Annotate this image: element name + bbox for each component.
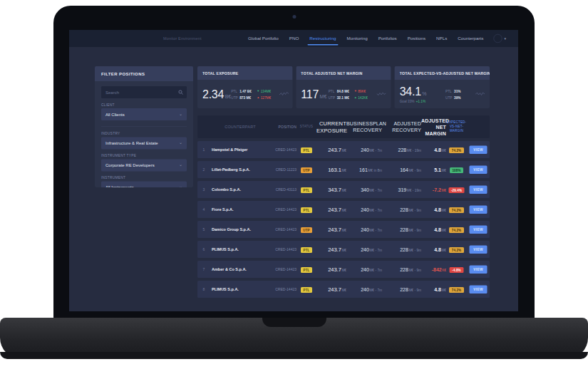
- search-input[interactable]: [101, 86, 187, 98]
- adjusted-net-margin: 4.8M€: [421, 207, 446, 212]
- nav-tab[interactable]: Global Portfolio: [248, 30, 279, 47]
- status-badge: PTL: [301, 187, 312, 193]
- position-code: CRED-14423: [269, 247, 296, 251]
- kpi-title: TOTAL EXPECTED-VS-ADJUSTED NET MARGIN: [395, 66, 490, 80]
- environment-label: Monitor Environment: [163, 36, 202, 41]
- adjusted-net-margin: 5.1M€: [421, 167, 446, 172]
- status-badge: PTL: [301, 247, 312, 253]
- kpi-goal: Goal 33%+1.1%: [400, 99, 427, 103]
- position-code: CRED-14423: [269, 267, 296, 271]
- filter-group: INDUSTRY Infrastructure & Real Estate ⌄: [101, 126, 187, 150]
- kpi-breakdown-row: UTP 32.1 M€ ▲ 142K€: [329, 95, 373, 100]
- nav-tab[interactable]: Restructuring: [309, 30, 336, 47]
- adjusted-net-margin: 4.8M€: [421, 147, 446, 152]
- search-box: [101, 86, 187, 98]
- status-badge: UTP: [301, 167, 312, 173]
- filter-label: INSTRUMENT TYPE: [101, 154, 187, 158]
- view-button[interactable]: VIEW: [469, 185, 487, 194]
- row-index: 2: [197, 167, 210, 172]
- nav-tab[interactable]: Positions: [408, 30, 425, 47]
- adjusted-recovery: 319M€- 19m: [382, 187, 421, 192]
- kpi-unit: M€: [320, 93, 327, 99]
- kpi-breakdown-row: PTL 1.47 B€ ▼ 134M€: [231, 89, 275, 93]
- table-row[interactable]: 1 Hampstel & Pfeiger CRED-14423 PTL 243.…: [197, 141, 490, 158]
- view-button[interactable]: VIEW: [469, 265, 487, 274]
- search-icon: [178, 90, 183, 95]
- table-row[interactable]: 3 Colombo S.p.A. CRED-43113 PTL 343.7M€: [197, 181, 490, 198]
- user-menu[interactable]: ▾: [493, 34, 506, 43]
- nav-tab[interactable]: NPLs: [436, 30, 447, 47]
- kpi-card-adjusted-net-margin: TOTAL ADJUSTED NET MARGIN 117 M€ PTL: [296, 66, 391, 108]
- table-row[interactable]: 7 Amber & Co S.p.A. CRED-14423 PTL 243.7…: [197, 261, 490, 278]
- adjusted-recovery: 228M€- 9m: [382, 286, 421, 292]
- pct-badge: 74.2%: [449, 207, 464, 213]
- trend-arrow-icon: ▼: [257, 89, 259, 93]
- row-index: 4: [197, 207, 210, 212]
- chevron-down-icon: ⌄: [179, 112, 182, 116]
- screen: Monitor Environment Global Portfolio PNO…: [69, 30, 518, 311]
- table-body: 1 Hampstel & Pfeiger CRED-14423 PTL 243.…: [197, 141, 490, 298]
- col-status: STATUS: [296, 125, 316, 129]
- counterpart-name: Amber & Co S.p.A.: [210, 267, 269, 271]
- pct-badge: 74.2%: [449, 227, 464, 233]
- status-badge: PTL: [301, 267, 312, 273]
- filter-select[interactable]: All Instruments ⌄: [101, 182, 187, 188]
- col-adjusted-net-margin: ADJUSTED NET MARGIN: [421, 117, 446, 136]
- kpi-breakdown-row: PTL 31%: [445, 89, 471, 93]
- counterpart-name: Lillet-Padberg S.p.A.: [210, 167, 269, 172]
- table-row[interactable]: 5 Damico Group S.p.A. CRED-14423 UTP 243…: [197, 221, 490, 238]
- avatar[interactable]: [493, 34, 502, 43]
- adjusted-net-margin: 4.8M€: [421, 227, 446, 232]
- sparkline-icon: [475, 92, 485, 97]
- sparkline-icon: [279, 92, 289, 97]
- kpi-breakdown-row: UTP 39%: [445, 95, 471, 100]
- current-exposure: 243.7M€: [316, 266, 346, 273]
- counterpart-name: PLIMUS S.p.A.: [210, 247, 269, 251]
- position-code: CRED-43113: [269, 187, 296, 192]
- nav-tab[interactable]: Monitoring: [346, 30, 367, 47]
- counterpart-name: Damico Group S.p.A.: [210, 227, 269, 232]
- filter-select[interactable]: All Clients ⌄: [101, 108, 187, 120]
- table-row[interactable]: 2 Lillet-Padberg S.p.A. CRED-11223 UTP 1…: [197, 161, 490, 178]
- filter-selected-value: All Clients: [105, 112, 125, 117]
- pct-badge: 74.2%: [449, 147, 464, 153]
- adjusted-net-margin: -7.2M€: [421, 187, 446, 192]
- counterpart-name: Colombo S.p.A.: [210, 187, 269, 192]
- view-button[interactable]: VIEW: [469, 205, 487, 214]
- chevron-down-icon: ⌄: [179, 162, 182, 167]
- top-nav: Monitor Environment Global Portfolio PNO…: [69, 30, 518, 47]
- kpi-title: TOTAL EXPOSURE: [197, 66, 292, 80]
- webcam-icon: [292, 15, 296, 19]
- col-businessplan-recovery: BUSINESSPLAN RECOVERY: [346, 120, 382, 133]
- view-button[interactable]: VIEW: [469, 285, 487, 294]
- nav-tab[interactable]: Portfolios: [378, 30, 397, 47]
- table-row[interactable]: 4 Fiore S.p.A. CRED-14423 PTL 243.7M€: [197, 201, 490, 218]
- adjusted-recovery: 228M€- 19m: [382, 147, 421, 152]
- current-exposure: 243.7M€: [316, 246, 346, 253]
- counterpart-name: Hampstel & Pfeiger: [210, 147, 269, 152]
- chevron-down-icon: ⌄: [179, 140, 182, 145]
- status-badge: UTP: [301, 227, 312, 233]
- filter-label: INDUSTRY: [101, 132, 187, 136]
- pct-badge: -29.4%: [448, 187, 464, 193]
- nav-tab[interactable]: PNO: [289, 30, 299, 47]
- filter-select[interactable]: Corporate RE Developers ⌄: [101, 160, 187, 172]
- table-row[interactable]: 8 PLIMUS S.p.A. CRED-14423 PTL 243.7M€: [197, 281, 490, 298]
- counterpart-name: PLIMUS S.p.A.: [210, 287, 269, 291]
- view-button[interactable]: VIEW: [469, 165, 487, 174]
- view-button[interactable]: VIEW: [469, 245, 487, 254]
- nav-tab[interactable]: Counterparts: [458, 30, 483, 47]
- filter-selected-value: All Instruments: [105, 185, 134, 188]
- kpi-breakdown-row: UTP 873 M€ ▲ 127M€: [231, 95, 275, 100]
- laptop-base: [0, 318, 588, 359]
- table-row[interactable]: 6 PLIMUS S.p.A. CRED-14423 PTL 243.7M€: [197, 241, 490, 258]
- laptop-mockup: Monitor Environment Global Portfolio PNO…: [0, 0, 588, 374]
- table-header: COUNTERPART POSITION STATUS CURRENT EXPO…: [197, 115, 490, 138]
- view-button[interactable]: VIEW: [469, 145, 487, 154]
- chevron-down-icon: ⌄: [179, 185, 182, 187]
- trend-arrow-icon: ▲: [354, 95, 357, 99]
- view-button[interactable]: VIEW: [469, 225, 487, 234]
- filter-select[interactable]: Infrastructure & Real Estate ⌄: [101, 137, 187, 150]
- sparkline-icon: [377, 92, 386, 97]
- kpi-value: 34.1: [400, 85, 421, 99]
